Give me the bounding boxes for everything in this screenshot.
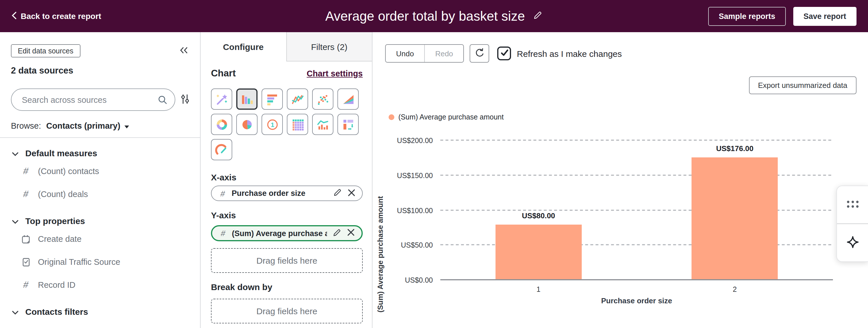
chart-type-combo-icon[interactable] [312, 114, 333, 135]
breakdown-heading: Break down by [211, 282, 363, 292]
number-property-icon: # [219, 229, 227, 238]
chart-type-kpi-icon[interactable]: 1 [261, 114, 283, 135]
chart-type-table-icon[interactable] [287, 114, 308, 135]
pencil-icon [333, 188, 342, 199]
undo-button[interactable]: Undo [386, 45, 424, 62]
section-top-properties[interactable]: Top properties [0, 214, 200, 227]
section-label: Default measures [25, 148, 97, 158]
checklist-icon [21, 257, 30, 267]
pencil-icon [332, 228, 341, 239]
back-link[interactable]: Back to create report [11, 11, 101, 21]
x-axis-field-pill[interactable]: # Purchase order size [211, 186, 363, 201]
dropzone-placeholder: Drag fields here [256, 306, 317, 316]
save-report-button[interactable]: Save report [793, 7, 857, 26]
flyout-drag-handle[interactable] [837, 186, 868, 224]
number-property-icon: # [21, 166, 31, 176]
browse-source-dropdown[interactable]: Contacts (primary) [46, 121, 130, 130]
chart-type-column-icon[interactable] [236, 89, 257, 110]
ai-assistant-flyout [836, 186, 868, 262]
double-chevron-left-icon [180, 46, 189, 56]
chart-preview-panel: Undo Redo Refresh as I m [372, 32, 868, 328]
chart-legend[interactable]: (Sum) Average purchase amount [389, 113, 503, 121]
app-header: Back to create report Average order tota… [0, 0, 868, 32]
report-builder-app: Back to create report Average order tota… [0, 0, 868, 328]
collapse-sidebar-button[interactable] [180, 46, 189, 56]
field-count-deals[interactable]: # (Count) deals [0, 183, 200, 206]
chart-type-magic-wand-icon[interactable] [211, 89, 232, 110]
chevron-down-icon [12, 306, 19, 316]
bar[interactable] [495, 225, 582, 280]
edit-x-axis-field-button[interactable] [333, 188, 342, 199]
y-axis-heading: Y-axis [211, 210, 363, 220]
chart-type-bar-icon[interactable] [261, 89, 283, 110]
number-property-icon: # [21, 280, 31, 290]
chevron-left-icon [11, 11, 17, 21]
field-label: Record ID [38, 280, 75, 290]
x-axis-title: Purchase order size [601, 296, 672, 305]
chart-type-scatter-icon[interactable] [312, 89, 333, 110]
number-property-icon: # [21, 189, 31, 199]
plot-area: Purchase order size US$0.00US$50.00US$10… [440, 141, 833, 280]
report-title-group: Average order total by basket size [326, 8, 543, 24]
field-label: Create date [38, 234, 82, 243]
tab-filters[interactable]: Filters (2) [286, 32, 372, 62]
refresh-checkbox-label[interactable]: Refresh as I make changes [517, 48, 622, 58]
grip-dots-icon [846, 200, 859, 210]
y-axis-title: (Sum) Average purchase amount [376, 141, 384, 313]
chart-type-pie-icon[interactable] [236, 114, 257, 135]
sparkle-icon [845, 235, 860, 251]
filter-sources-button[interactable] [180, 93, 190, 106]
search-across-sources-box [11, 89, 175, 111]
chart-type-line-icon[interactable] [287, 89, 308, 110]
breakdown-dropzone[interactable]: Drag fields here [211, 299, 363, 323]
y-tick-label: US$50.00 [401, 241, 433, 250]
x-tick-label: 1 [537, 286, 540, 294]
y-axis-field-pill[interactable]: # (Sum) Average purchase ar [211, 225, 363, 241]
legend-label: (Sum) Average purchase amount [398, 113, 503, 121]
chart-settings-link[interactable]: Chart settings [307, 69, 363, 78]
field-create-date[interactable]: Create date [0, 227, 200, 251]
chart-type-pivot-icon[interactable] [337, 114, 359, 135]
refresh-checkbox[interactable] [497, 46, 511, 60]
page-title: Average order total by basket size [326, 8, 525, 24]
chevron-down-icon [12, 216, 19, 226]
edit-data-sources-button[interactable]: Edit data sources [11, 44, 80, 58]
remove-x-axis-field-button[interactable] [348, 189, 355, 198]
chart-type-donut-icon[interactable] [211, 114, 232, 135]
y-axis-field-label: (Sum) Average purchase ar [232, 229, 327, 237]
chart-type-area-icon[interactable] [337, 89, 359, 110]
section-contacts-filters[interactable]: Contacts filters [0, 304, 200, 318]
legend-dot [389, 114, 394, 120]
chart-toolbar: Undo Redo Refresh as I m [372, 32, 868, 63]
tab-configure[interactable]: Configure [200, 32, 286, 62]
gridline [440, 140, 833, 141]
chevron-down-icon [12, 148, 19, 158]
check-icon [500, 48, 508, 59]
edit-title-button[interactable] [533, 10, 542, 22]
field-original-traffic-source[interactable]: Original Traffic Source [0, 251, 200, 273]
data-sources-count-heading: 2 data sources [11, 65, 200, 76]
browse-value: Contacts (primary) [46, 121, 120, 130]
chart-type-grid: 1 [211, 89, 363, 160]
browse-label: Browse: [11, 121, 41, 130]
edit-y-axis-field-button[interactable] [332, 228, 341, 239]
ai-sparkle-button[interactable] [837, 224, 868, 261]
chart-heading: Chart [211, 68, 236, 79]
chart-type-gauge-icon[interactable] [211, 139, 232, 160]
export-unsummarized-data-button[interactable]: Export unsummarized data [749, 76, 857, 94]
refresh-button[interactable] [470, 44, 489, 63]
y-tick-label: US$0.00 [405, 276, 433, 284]
close-icon [347, 229, 355, 238]
field-record-id[interactable]: # Record ID [0, 273, 200, 296]
config-tab-bar: Configure Filters (2) [200, 32, 372, 62]
remove-y-axis-field-button[interactable] [347, 229, 355, 238]
bar[interactable] [691, 157, 778, 280]
sample-reports-button[interactable]: Sample reports [709, 7, 786, 26]
field-count-contacts[interactable]: # (Count) contacts [0, 160, 200, 183]
sidebar-divider [0, 137, 200, 138]
redo-button[interactable]: Redo [424, 45, 463, 62]
search-input[interactable] [11, 89, 175, 111]
section-default-measures[interactable]: Default measures [0, 146, 200, 160]
y-axis-dropzone[interactable]: Drag fields here [211, 248, 363, 273]
close-icon [348, 189, 355, 198]
